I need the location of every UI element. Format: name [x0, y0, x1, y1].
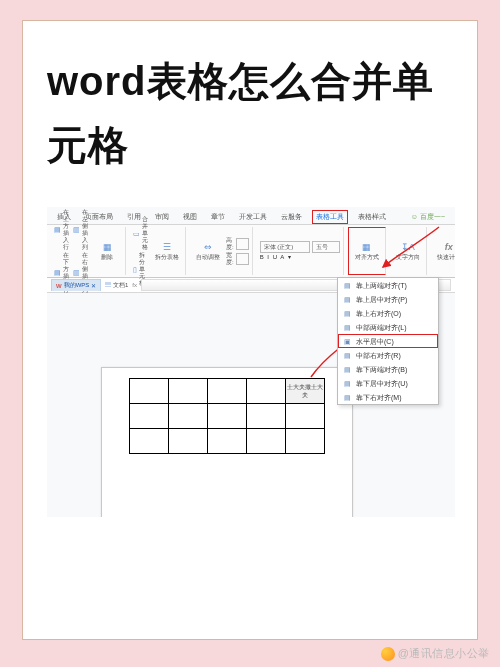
ruler-fx-label: fx — [132, 282, 137, 288]
menu-label: 靠下右对齐(M) — [356, 393, 402, 402]
menu-label: 靠上居中对齐(P) — [356, 295, 407, 304]
delete-icon: ▦ — [101, 241, 113, 253]
menu-top-right[interactable]: ▤靠上右对齐(O) — [338, 306, 438, 320]
alignment-label: 对齐方式 — [355, 254, 379, 261]
menu-label: 靠下居中对齐(U) — [356, 379, 408, 388]
split-table-label: 拆分表格 — [155, 254, 179, 261]
split-cells-icon: ▯ — [133, 265, 137, 273]
document-page: 士大夫撒士大夫 — [101, 367, 353, 517]
font-size-select[interactable]: 五号 — [312, 241, 340, 253]
insert-col-left-button[interactable]: 在左侧插入列 — [82, 209, 89, 251]
fx-button[interactable]: fx 快速计算 — [434, 229, 455, 273]
row-height-label: 高度: — [226, 237, 234, 251]
menu-middle-right[interactable]: ▤中部右对齐(R) — [338, 348, 438, 362]
align-icon: ▤ — [342, 378, 352, 388]
text-direction-icon: ↧A — [402, 241, 414, 253]
wps-logo-icon: W — [56, 283, 62, 289]
menu-label: 中部右对齐(R) — [356, 351, 401, 360]
menu-bottom-justify[interactable]: ▤靠下两端对齐(B) — [338, 362, 438, 376]
sample-table[interactable]: 士大夫撒士大夫 — [129, 378, 325, 454]
menu-center[interactable]: ▣水平居中(C) — [338, 334, 438, 348]
menu-label: 靠上右对齐(O) — [356, 309, 401, 318]
menu-label: 水平居中(C) — [356, 337, 394, 346]
autofit-button[interactable]: ⇔ 自动调整 — [193, 229, 223, 273]
col-width-label: 宽度: — [226, 252, 234, 266]
alignment-button[interactable]: ▦ 对齐方式 — [352, 230, 382, 272]
insert-col-right-icon: ▥ — [73, 269, 80, 277]
alignment-dropdown: ▤靠上两端对齐(T) ▤靠上居中对齐(P) ▤靠上右对齐(O) ▤中部两端对齐(… — [337, 277, 439, 405]
ribbon-group-text-direction: ↧A 文字方向 — [390, 227, 427, 275]
tab-table-style[interactable]: 表格样式 — [354, 210, 390, 224]
delete-label: 删除 — [101, 254, 113, 261]
document-name: 文档1 — [113, 282, 128, 288]
ribbon-group-alignment: ▦ 对齐方式 — [348, 227, 386, 275]
menu-top-center[interactable]: ▤靠上居中对齐(P) — [338, 292, 438, 306]
align-icon: ▤ — [342, 294, 352, 304]
tab-sections[interactable]: 章节 — [207, 210, 229, 224]
insert-row-below-icon: ▤ — [54, 269, 61, 277]
wps-home-tab[interactable]: W 我的WPS ✕ — [51, 279, 101, 291]
tab-view[interactable]: 视图 — [179, 210, 201, 224]
insert-row-above-icon: ▤ — [54, 226, 61, 234]
ribbon-group-font: 宋体 (正文) 五号 B I U A ▾ — [257, 227, 344, 275]
menu-bottom-right[interactable]: ▤靠下右对齐(M) — [338, 390, 438, 404]
close-icon[interactable]: ✕ — [91, 282, 96, 289]
split-table-button[interactable]: ☰ 拆分表格 — [152, 229, 182, 273]
ribbon-group-autofit: ⇔ 自动调整 高度: 宽度: — [190, 227, 253, 275]
font-controls: 宋体 (正文) 五号 B I U A ▾ — [260, 229, 340, 273]
quick-calc-label: 快速计算 — [437, 254, 455, 261]
dimension-inputs: 高度: 宽度: — [226, 229, 249, 273]
ribbon-group-formula: fx 快速计算 — [431, 227, 455, 275]
merge-buttons: ▭合并单元格 ▯拆分单元格 — [133, 229, 149, 273]
ribbon-body: ▤在上方插入行 ▤在下方插入行 ▥在左侧插入列 ▥在右侧插入列 ▦ 删除 ▭合并… — [47, 225, 455, 278]
menu-label: 靠下两端对齐(B) — [356, 365, 407, 374]
ribbon-group-merge: ▭合并单元格 ▯拆分单元格 ☰ 拆分表格 — [130, 227, 186, 275]
watermark: @通讯信息小公举 — [381, 646, 490, 661]
search-help[interactable]: ☺ 百度一~ — [407, 210, 449, 224]
align-icon: ▣ — [342, 336, 352, 346]
insert-cols-buttons: ▥在左侧插入列 ▥在右侧插入列 — [73, 229, 89, 273]
insert-col-left-icon: ▥ — [73, 226, 80, 234]
menu-middle-justify[interactable]: ▤中部两端对齐(L) — [338, 320, 438, 334]
menu-bottom-center[interactable]: ▤靠下居中对齐(U) — [338, 376, 438, 390]
delete-button[interactable]: ▦ 删除 — [92, 229, 122, 273]
align-icon: ▤ — [342, 280, 352, 290]
document-tab[interactable]: ▤ 文档1 — [105, 281, 128, 290]
text-direction-label: 文字方向 — [396, 254, 420, 261]
menu-label: 中部两端对齐(L) — [356, 323, 407, 332]
menu-label: 靠上两端对齐(T) — [356, 281, 407, 290]
fx-icon: fx — [443, 241, 455, 253]
alignment-icon: ▦ — [361, 241, 373, 253]
doc-icon: ▤ — [105, 282, 111, 288]
align-icon: ▤ — [342, 308, 352, 318]
tab-review[interactable]: 审阅 — [151, 210, 173, 224]
tab-table-tools[interactable]: 表格工具 — [312, 210, 348, 224]
text-direction-button[interactable]: ↧A 文字方向 — [393, 229, 423, 273]
watermark-logo-icon — [381, 647, 395, 661]
col-width-input[interactable] — [236, 253, 249, 265]
headline: word表格怎么合并单元格 — [47, 49, 453, 177]
split-table-icon: ☰ — [161, 241, 173, 253]
merge-cells-button[interactable]: 合并单元格 — [142, 216, 149, 251]
merge-cells-icon: ▭ — [133, 229, 140, 237]
tab-developer[interactable]: 开发工具 — [235, 210, 271, 224]
card: word表格怎么合并单元格 插入 页面布局 引用 审阅 视图 章节 开发工具 云… — [22, 20, 478, 640]
page-background: word表格怎么合并单元格 插入 页面布局 引用 审阅 视图 章节 开发工具 云… — [0, 0, 500, 667]
autofit-icon: ⇔ — [202, 241, 214, 253]
font-format-buttons[interactable]: B I U A ▾ — [260, 254, 340, 261]
insert-row-above-button[interactable]: 在上方插入行 — [63, 209, 70, 251]
watermark-text: @通讯信息小公举 — [398, 646, 490, 661]
insert-rows-buttons: ▤在上方插入行 ▤在下方插入行 — [54, 229, 70, 273]
autofit-label: 自动调整 — [196, 254, 220, 261]
align-icon: ▤ — [342, 364, 352, 374]
row-height-input[interactable] — [236, 238, 249, 250]
ribbon-tabs: 插入 页面布局 引用 审阅 视图 章节 开发工具 云服务 表格工具 表格样式 ☺… — [47, 207, 455, 225]
table-header-cell[interactable]: 士大夫撒士大夫 — [286, 379, 325, 404]
align-icon: ▤ — [342, 322, 352, 332]
font-name-select[interactable]: 宋体 (正文) — [260, 241, 310, 253]
menu-top-justify[interactable]: ▤靠上两端对齐(T) — [338, 278, 438, 292]
align-icon: ▤ — [342, 350, 352, 360]
ribbon-group-insert-rows: ▤在上方插入行 ▤在下方插入行 ▥在左侧插入列 ▥在右侧插入列 ▦ 删除 — [51, 227, 126, 275]
tab-cloud[interactable]: 云服务 — [277, 210, 306, 224]
align-icon: ▤ — [342, 392, 352, 402]
